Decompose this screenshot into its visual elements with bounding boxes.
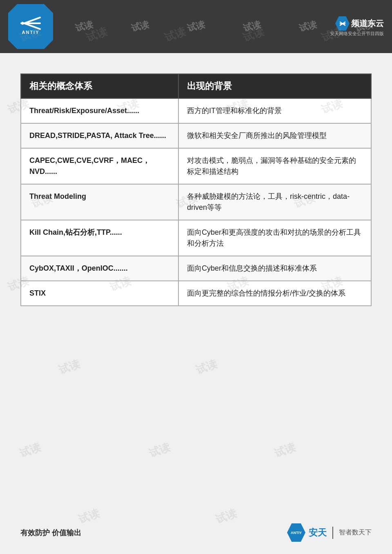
table-row: CybOX,TAXII，OpenIOC.......面向Cyber和信息交换的描… — [21, 256, 371, 281]
col1-cell-4: Kill Chain,钻石分析,TTP...... — [21, 220, 178, 256]
header-wm-3: 试读 — [130, 18, 150, 35]
header-antiy-hex — [335, 16, 350, 31]
col1-cell-0: Threat/Risk/Exposure/Asset...... — [21, 98, 178, 123]
table-row: Kill Chain,钻石分析,TTP......面向Cyber和更高强度的攻击… — [21, 220, 371, 256]
footer-tagline: 有效防护 价值输出 — [20, 528, 81, 538]
col2-header: 出现的背景 — [178, 74, 371, 98]
concept-table: 相关的概念体系 出现的背景 Threat/Risk/Exposure/Asset… — [20, 73, 372, 306]
header-right-logo: 频道东云 安天网络安全公开节目四版 — [330, 16, 384, 37]
footer-hex-label: ANTIY — [291, 531, 302, 535]
watermark-17: 试读 — [57, 357, 82, 378]
col1-cell-5: CybOX,TAXII，OpenIOC....... — [21, 256, 178, 281]
col2-cell-6: 面向更完整的综合性的情报分析/作业/交换的体系 — [178, 281, 371, 306]
table-row: DREAD,STRIDE,PASTA, Attack Tree......微软和… — [21, 123, 371, 148]
footer-logo-hex: ANTIY — [287, 523, 305, 542]
col2-cell-5: 面向Cyber和信息交换的描述和标准体系 — [178, 256, 371, 281]
col2-cell-3: 各种威胁建模的方法论，工具，risk-centric，data-driven等等 — [178, 184, 371, 220]
table-row: STIX面向更完整的综合性的情报分析/作业/交换的体系 — [21, 281, 371, 306]
col1-header: 相关的概念体系 — [21, 74, 178, 98]
header-logo: ANTIY — [8, 4, 53, 49]
watermark-21: 试读 — [273, 440, 298, 461]
header-wm-4: 试读 — [186, 18, 206, 35]
col2-cell-2: 对攻击模式，脆弱点，漏洞等各种基础的安全元素的标定和描述结构 — [178, 148, 371, 184]
header-right-brand: 频道东云 — [351, 18, 384, 29]
header-right-logo-top: 频道东云 — [335, 16, 384, 31]
header-wm-2: 试读 — [74, 18, 94, 35]
col1-cell-6: STIX — [21, 281, 178, 306]
col2-cell-4: 面向Cyber和更高强度的攻击和对抗的场景的分析工具和分析方法 — [178, 220, 371, 256]
footer-slogan: 智者数天下 — [339, 528, 372, 537]
col2-cell-0: 西方的IT管理和标准化的背景 — [178, 98, 371, 123]
header-wm-6: 试读 — [298, 18, 318, 35]
logo-lines — [20, 18, 41, 28]
header-wm-5: 试读 — [242, 18, 262, 35]
col1-cell-3: Threat Modeling — [21, 184, 178, 220]
logo-label: ANTIY — [22, 30, 40, 35]
main-content: 相关的概念体系 出现的背景 Threat/Risk/Exposure/Asset… — [0, 53, 392, 323]
col1-cell-2: CAPEC,CWE,CVE,CVRF，MAEC，NVD...... — [21, 148, 178, 184]
table-row: Threat/Risk/Exposure/Asset......西方的IT管理和… — [21, 98, 371, 123]
watermark-19: 试读 — [18, 440, 43, 461]
footer-brand: 安天 — [309, 527, 327, 539]
col2-cell-1: 微软和相关安全厂商所推出的风险管理模型 — [178, 123, 371, 148]
watermark-20: 试读 — [147, 440, 172, 461]
footer: 有效防护 价值输出 ANTIY 安天 智者数天下 — [0, 523, 392, 542]
footer-right: ANTIY 安天 智者数天下 — [287, 523, 372, 542]
header-right-subtitle: 安天网络安全公开节目四版 — [330, 31, 384, 37]
footer-divider — [332, 527, 333, 539]
table-row: Threat Modeling各种威胁建模的方法论，工具，risk-centri… — [21, 184, 371, 220]
table-row: CAPEC,CWE,CVE,CVRF，MAEC，NVD......对攻击模式，脆… — [21, 148, 371, 184]
header: 试读 试读 试读 试读 试读 试读 试读 ANTIY 频道东云 安天网络安全公开… — [0, 0, 392, 53]
watermark-18: 试读 — [194, 357, 219, 378]
col1-cell-1: DREAD,STRIDE,PASTA, Attack Tree...... — [21, 123, 178, 148]
antiy-hex-icon — [339, 20, 347, 28]
